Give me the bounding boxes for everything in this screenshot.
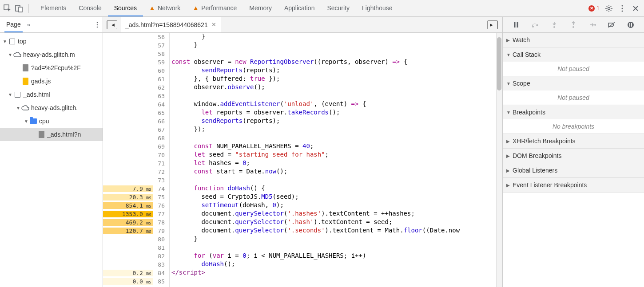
tab-memory[interactable]: Memory xyxy=(243,0,278,16)
code-editor[interactable]: 5657585960616263646566676869707172737.9 … xyxy=(103,33,502,287)
svg-rect-18 xyxy=(629,23,630,27)
error-count-badge[interactable]: ✕ 1 xyxy=(588,5,600,12)
deactivate-breakpoints-button[interactable] xyxy=(607,20,616,29)
settings-icon[interactable] xyxy=(605,4,613,12)
navigator-tab-page[interactable]: Page xyxy=(4,21,23,32)
tab-security[interactable]: Security xyxy=(321,0,356,16)
line-gutter: 5657585960616263646566676869707172737.9 … xyxy=(103,33,170,287)
tab-application[interactable]: Application xyxy=(278,0,321,16)
close-tab-icon[interactable]: ✕ xyxy=(211,21,216,28)
global-listeners-header[interactable]: ▶Global Listeners xyxy=(503,163,644,177)
editor-panel: ◀ _ads.html?n=1588944068621 ✕ ▶ 56575859… xyxy=(103,17,503,287)
more-menu-icon[interactable] xyxy=(618,4,626,12)
tab-performance[interactable]: ▲Performance xyxy=(187,0,243,16)
main-tab-bar: Elements Console Sources ▲Network ▲Perfo… xyxy=(34,0,399,16)
navigator-sidebar: Page » ▼top ▼heavy-ads.glitch.m ?ad=%2Fc… xyxy=(0,17,103,287)
tree-file[interactable]: ?ad=%2Fcpu%2F xyxy=(0,61,103,75)
vertical-scrollbar[interactable] xyxy=(496,33,502,287)
tab-lighthouse[interactable]: Lighthouse xyxy=(356,0,399,16)
watch-section-header[interactable]: ▶Watch xyxy=(503,33,644,47)
devtools-main-toolbar: Elements Console Sources ▲Network ▲Perfo… xyxy=(0,0,644,17)
inspect-element-icon[interactable] xyxy=(4,4,12,12)
file-tree: ▼top ▼heavy-ads.glitch.m ?ad=%2Fcpu%2F g… xyxy=(0,33,103,143)
navigator-more-tabs-icon[interactable]: » xyxy=(27,21,30,28)
close-icon[interactable] xyxy=(632,4,640,12)
tab-elements[interactable]: Elements xyxy=(34,0,72,16)
scope-body: Not paused xyxy=(503,90,644,105)
dom-breakpoints-header[interactable]: ▶DOM Breakpoints xyxy=(503,149,644,163)
tab-sources[interactable]: Sources xyxy=(108,0,143,16)
svg-point-17 xyxy=(628,22,634,28)
svg-point-12 xyxy=(532,26,534,28)
svg-point-3 xyxy=(608,7,610,9)
event-listener-breakpoints-header[interactable]: ▶Event Listener Breakpoints xyxy=(503,178,644,192)
warning-icon: ▲ xyxy=(149,4,155,11)
scope-section-header[interactable]: ▼Scope xyxy=(503,76,644,90)
breakpoints-body: No breakpoints xyxy=(503,119,644,134)
step-out-button[interactable] xyxy=(569,20,578,29)
tree-file[interactable]: gads.js xyxy=(0,75,103,88)
tree-frame[interactable]: ▼_ads.html xyxy=(0,88,103,101)
device-toggle-icon[interactable] xyxy=(15,4,23,12)
code-content[interactable]: } }const observer = new ReportingObserve… xyxy=(170,33,502,287)
debugger-toolbar xyxy=(503,17,644,33)
svg-rect-10 xyxy=(514,22,516,28)
warning-icon: ▲ xyxy=(193,4,199,11)
callstack-body: Not paused xyxy=(503,62,644,76)
tab-console[interactable]: Console xyxy=(72,0,107,16)
error-icon: ✕ xyxy=(588,5,595,12)
scrollbar-thumb[interactable] xyxy=(497,37,501,90)
file-tab-label: _ads.html?n=1588944068621 xyxy=(125,21,208,28)
pause-on-exceptions-button[interactable] xyxy=(626,20,635,29)
svg-point-15 xyxy=(594,24,596,26)
tree-file-selected[interactable]: _ads.html?n xyxy=(0,128,103,141)
callstack-section-header[interactable]: ▼Call Stack xyxy=(503,47,644,62)
debugger-panel: ▶Watch ▼Call Stack Not paused ▼Scope Not… xyxy=(503,17,644,287)
svg-point-8 xyxy=(97,24,98,25)
tree-domain[interactable]: ▼heavy-ads.glitch.m xyxy=(0,48,103,61)
xhr-breakpoints-header[interactable]: ▶XHR/fetch Breakpoints xyxy=(503,134,644,148)
svg-rect-11 xyxy=(517,22,518,28)
navigator-menu-icon[interactable] xyxy=(96,22,98,28)
step-into-button[interactable] xyxy=(550,20,559,29)
editor-file-tab[interactable]: _ads.html?n=1588944068621 ✕ xyxy=(121,17,221,32)
svg-point-9 xyxy=(97,26,98,28)
svg-point-7 xyxy=(97,22,98,23)
pause-button[interactable] xyxy=(512,20,521,29)
tree-frame-top[interactable]: ▼top xyxy=(0,35,103,48)
debugger-toggle-button[interactable]: ▶ xyxy=(487,20,498,29)
tree-domain[interactable]: ▼heavy-ads.glitch. xyxy=(0,101,103,114)
svg-point-13 xyxy=(553,26,555,28)
tab-network[interactable]: ▲Network xyxy=(143,0,187,16)
step-button[interactable] xyxy=(588,20,597,29)
svg-point-4 xyxy=(622,5,623,6)
svg-point-14 xyxy=(572,26,574,28)
svg-point-6 xyxy=(622,10,623,12)
svg-rect-19 xyxy=(631,23,632,27)
navigator-toggle-button[interactable]: ◀ xyxy=(107,20,117,29)
breakpoints-section-header[interactable]: ▼Breakpoints xyxy=(503,105,644,119)
svg-rect-2 xyxy=(19,7,22,12)
svg-point-5 xyxy=(622,8,623,9)
step-over-button[interactable] xyxy=(531,20,540,29)
tree-folder[interactable]: ▼cpu xyxy=(0,114,103,128)
